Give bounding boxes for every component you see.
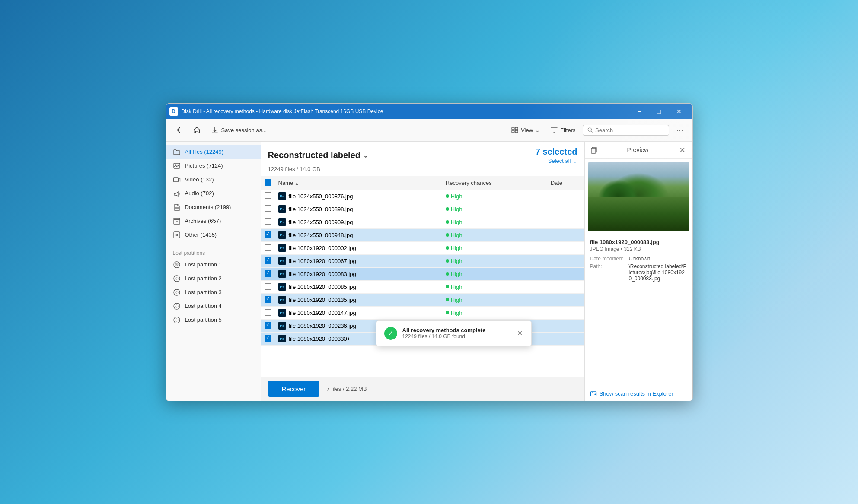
show-in-explorer-label: Show scan results in Explorer — [600, 390, 673, 397]
row-checkbox[interactable] — [265, 322, 271, 329]
row-checkbox[interactable] — [265, 296, 271, 303]
svg-rect-11 — [174, 220, 180, 224]
sidebar-item-lp5[interactable]: Lost partition 5 — [166, 313, 261, 327]
table-row[interactable]: Psfile 1080x1920_000147.jpgHigh — [261, 306, 584, 319]
photoshop-icon: Ps — [278, 296, 286, 304]
toast-close-button[interactable]: ✕ — [516, 328, 523, 338]
file-table-scroll[interactable]: Name ▲ Recovery chances Date — [261, 176, 584, 377]
header-recovery: Recovery chances — [442, 176, 547, 190]
content-title-text: Reconstructed labeled — [268, 150, 361, 160]
show-in-explorer-link[interactable]: Show scan results in Explorer — [590, 390, 687, 397]
sidebar-item-other[interactable]: Other (1435) — [166, 228, 261, 242]
search-input[interactable] — [595, 127, 664, 133]
file-name: file 1080x1920_000147.jpg — [289, 310, 356, 316]
preview-filetype: JPEG Image • 312 KB — [590, 246, 687, 252]
main-layout: All files (12249) Pictures (7124) Video … — [166, 142, 692, 401]
preview-close-button[interactable]: ✕ — [678, 145, 687, 155]
sidebar-item-lp3[interactable]: Lost partition 3 — [166, 285, 261, 299]
toast-content: All recovery methods complete 12249 file… — [402, 327, 511, 339]
search-box[interactable] — [583, 125, 669, 136]
other-icon — [173, 231, 181, 239]
toast-notification: ✓ All recovery methods complete 12249 fi… — [376, 320, 532, 346]
header-checkbox-cell[interactable] — [261, 176, 275, 190]
copy-icon[interactable] — [590, 146, 598, 154]
search-icon — [587, 127, 593, 133]
sidebar-item-documents[interactable]: Documents (2199) — [166, 200, 261, 214]
minimize-button[interactable]: − — [629, 104, 649, 119]
svg-point-17 — [174, 276, 180, 282]
recovery-chances-cell: High — [446, 297, 544, 303]
more-options-button[interactable]: ⋯ — [673, 124, 687, 136]
recover-button[interactable]: Recover — [268, 381, 320, 397]
table-row[interactable]: Psfile 1024x550_000948.jpgHigh — [261, 228, 584, 241]
preview-footer: Show scan results in Explorer — [585, 387, 692, 401]
header-checkbox[interactable] — [265, 179, 271, 186]
sidebar-item-video[interactable]: Video (132) — [166, 173, 261, 187]
select-all-button[interactable]: Select all ⌄ — [548, 158, 577, 164]
row-checkbox[interactable] — [265, 205, 271, 212]
file-name: file 1024x550_000909.jpg — [289, 219, 353, 225]
row-checkbox[interactable] — [265, 218, 271, 225]
photoshop-icon: Ps — [278, 218, 286, 226]
sidebar-item-archives[interactable]: Archives (657) — [166, 214, 261, 228]
sidebar-item-pictures[interactable]: Pictures (7124) — [166, 159, 261, 173]
sidebar-item-all-files[interactable]: All files (12249) — [166, 145, 261, 159]
row-checkbox[interactable] — [265, 309, 271, 316]
date-cell — [547, 216, 584, 228]
table-row[interactable]: Psfile 1024x550_000909.jpgHigh — [261, 216, 584, 228]
table-row[interactable]: Psfile 1080x1920_000002.jpgHigh — [261, 241, 584, 254]
sidebar-item-lp1[interactable]: Lost partition 1 — [166, 258, 261, 272]
photoshop-icon: Ps — [278, 270, 286, 278]
view-button[interactable]: View ⌄ — [507, 124, 543, 136]
table-row[interactable]: Psfile 1080x1920_000135.jpgHigh — [261, 293, 584, 306]
row-checkbox[interactable] — [265, 231, 271, 238]
save-session-button[interactable]: Save session as... — [207, 124, 271, 136]
title-bar: D Disk Drill - All recovery methods - Ha… — [166, 104, 692, 119]
title-chevron-icon[interactable]: ⌄ — [363, 152, 368, 159]
row-checkbox[interactable] — [265, 283, 271, 290]
sidebar-item-lp4[interactable]: Lost partition 4 — [166, 299, 261, 313]
table-row[interactable]: Psfile 1080x1920_000067.jpgHigh — [261, 254, 584, 267]
table-header-row: Name ▲ Recovery chances Date — [261, 176, 584, 190]
maximize-button[interactable]: □ — [649, 104, 669, 119]
file-name-cell: Psfile 1080x1920_000067.jpg — [278, 257, 439, 265]
table-row[interactable]: Psfile 1080x1920_000085.jpgHigh — [261, 280, 584, 293]
recovery-label: High — [451, 193, 462, 200]
table-row[interactable]: Psfile 1024x550_000876.jpgHigh — [261, 190, 584, 203]
download-icon — [211, 126, 219, 134]
header-name: Name ▲ — [275, 176, 442, 190]
table-row[interactable]: Psfile 1080x1920_000083.jpgHigh — [261, 267, 584, 280]
filters-button[interactable]: Filters — [547, 124, 579, 136]
file-name: file 1080x1920_000002.jpg — [289, 245, 356, 251]
row-checkbox[interactable] — [265, 192, 271, 199]
files-summary: 7 files / 2.22 MB — [326, 386, 367, 392]
recovery-label: High — [451, 206, 462, 212]
date-cell — [547, 280, 584, 293]
table-row[interactable]: Psfile 1024x550_000898.jpgHigh — [261, 203, 584, 216]
sidebar-item-audio[interactable]: Audio (702) — [166, 187, 261, 200]
preview-date-label: Date modified: — [590, 256, 629, 262]
file-name-cell: Psfile 1080x1920_000135.jpg — [278, 296, 439, 304]
content-area: Reconstructed labeled ⌄ 7 selected Selec… — [261, 142, 584, 401]
row-checkbox[interactable] — [265, 270, 271, 277]
file-name: file 1024x550_000898.jpg — [289, 206, 353, 212]
svg-point-23 — [174, 317, 180, 323]
recovery-label: High — [451, 271, 462, 277]
home-button[interactable] — [189, 124, 204, 136]
row-checkbox[interactable] — [265, 244, 271, 251]
date-cell — [547, 228, 584, 241]
sidebar-item-lp2[interactable]: Lost partition 2 — [166, 272, 261, 285]
svg-point-21 — [174, 303, 180, 309]
preview-path-row: Path: \Reconstructed labeled\Pictures\jp… — [590, 263, 687, 282]
row-checkbox[interactable] — [265, 257, 271, 264]
sidebar-label-lp1: Lost partition 1 — [185, 261, 222, 268]
photoshop-icon: Ps — [278, 192, 286, 200]
close-button[interactable]: ✕ — [669, 104, 689, 119]
recovery-label: High — [451, 297, 462, 303]
back-button[interactable] — [171, 124, 186, 136]
date-cell — [547, 254, 584, 267]
toolbar: Save session as... View ⌄ Filters — [166, 119, 692, 142]
recovery-dot-icon — [446, 246, 449, 250]
recovery-dot-icon — [446, 233, 449, 237]
row-checkbox[interactable] — [265, 335, 271, 342]
